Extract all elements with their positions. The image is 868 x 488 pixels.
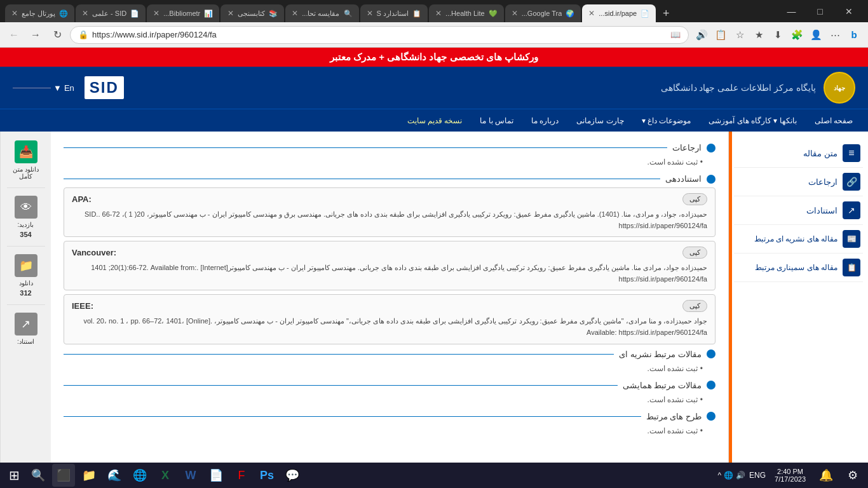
site-header: جهاد پایگاه مرکز اطلاعات علمی جهاد دانشگ… xyxy=(0,67,868,109)
right-panel-citations[interactable]: ↗ استنادات xyxy=(734,196,863,225)
reader-view-icon[interactable]: 📖 xyxy=(670,30,681,39)
sidebar-divider1 xyxy=(7,187,45,188)
taskbar-ps[interactable]: Ps xyxy=(255,464,278,487)
extensions-icon[interactable]: 🧩 xyxy=(788,26,806,44)
url-text: https://www.sid.ir/paper/960124/fa xyxy=(92,30,667,39)
taskbar-search[interactable]: 🔍 xyxy=(27,464,50,487)
apa-copy-button[interactable]: کپی xyxy=(682,193,707,205)
chevron-down-icon: ▼ xyxy=(53,83,62,93)
tab-googletrans[interactable]: 🌍 Google Tra... ✕ xyxy=(505,4,581,22)
page-layout: ≡ متن مقاله 🔗 ارجاعات ↗ استنادات 📰 مقاله… xyxy=(0,132,868,488)
references-icon: 🔗 xyxy=(843,173,860,191)
references-line xyxy=(64,147,667,148)
tab-portal[interactable]: 🌐 پورتال جامع ✕ xyxy=(5,4,74,22)
tab-biblio[interactable]: 📊 Bibliometr... ✕ xyxy=(147,4,219,22)
vancouver-citation-text: حمیدزاده جواد، مرادی منا. ماشین یادگیری … xyxy=(72,262,707,285)
promo-banner[interactable]: ورکشاپ های تخصصی جهاد دانشگاهی + مدرک مع… xyxy=(0,48,868,67)
taskbar-explorer[interactable]: 📁 xyxy=(78,464,100,487)
tab-standard[interactable]: 📋 استاندارد S ✕ xyxy=(360,4,428,22)
nav-org-chart[interactable]: چارت سازمانی xyxy=(574,109,626,132)
right-panel-related-seminar[interactable]: 📋 مقاله های سمیناری مرتبط xyxy=(734,254,863,282)
taskbar-notepad[interactable]: 📄 xyxy=(205,464,227,487)
volume-icon[interactable]: 🔊 xyxy=(736,471,745,480)
lang-selector[interactable]: En ▼ xyxy=(13,83,74,93)
reload-button[interactable]: ↻ xyxy=(48,26,66,44)
tab-ketabsanji[interactable]: 📚 کتابسنجی ✕ xyxy=(220,4,284,22)
taskbar-lang-flag[interactable]: 💬 xyxy=(281,464,304,487)
vancouver-citation-header: کپی :Vancouver xyxy=(72,247,707,259)
right-panel-article-text[interactable]: ≡ متن مقاله xyxy=(734,139,863,168)
tab-favicon-active: 📄 xyxy=(641,10,649,18)
right-panel-related-journal[interactable]: 📰 مقاله های نشریه ای مرتبط xyxy=(734,225,863,254)
taskbar-excel[interactable]: X xyxy=(154,464,177,487)
tab-bar: 🌐 پورتال جامع ✕ 📄 SID - علمی ✕ 📊 Bibliom… xyxy=(0,0,868,22)
tab-compare[interactable]: 🔍 مقایسه تحا... ✕ xyxy=(285,4,358,22)
nav-contact[interactable]: تماس با ما xyxy=(477,109,516,132)
tab-active-sid[interactable]: 📄 sid.ir/pape... ✕ xyxy=(582,4,656,22)
downloads-icon[interactable]: ⬇ xyxy=(769,26,787,44)
views-count: 354 xyxy=(20,231,31,238)
read-aloud-icon[interactable]: 🔊 xyxy=(693,26,710,44)
new-tab-button[interactable]: + xyxy=(657,4,675,22)
apa-citation-box: کپی :APA حمیدزاده، جواد، و مرادی، منا. (… xyxy=(64,187,715,237)
citation-dot xyxy=(707,175,715,184)
tab-close-compare[interactable]: ✕ xyxy=(292,9,298,18)
profile-icon[interactable]: 👤 xyxy=(807,26,825,44)
tab-close-ketab[interactable]: ✕ xyxy=(227,9,234,18)
site-logo[interactable]: SID xyxy=(85,76,124,99)
settings-icon[interactable]: ⚙ xyxy=(841,464,864,487)
nav-old-version[interactable]: نسخه قدیم سایت xyxy=(405,109,465,132)
ieee-label: :IEEE xyxy=(72,301,93,311)
taskbar-clock[interactable]: 2:40 PM 7/17/2023 xyxy=(770,468,811,483)
related-projects-line xyxy=(64,416,641,417)
related-journal-icon: 📰 xyxy=(843,230,860,248)
downloads-count-action: 📁 دانلود 312 xyxy=(4,252,48,299)
minimize-button[interactable]: — xyxy=(777,0,806,22)
taskbar-task-view[interactable]: ⬛ xyxy=(52,464,75,487)
ieee-citation-text: جواد حمیدزاده، و منا مرادی، "ماشین یادگی… xyxy=(72,316,707,338)
right-panel-references[interactable]: 🔗 ارجاعات xyxy=(734,168,863,196)
taskbar-foxit[interactable]: F xyxy=(230,464,253,487)
more-button[interactable]: ⋯ xyxy=(826,26,844,44)
favorites-icon[interactable]: ☆ xyxy=(731,26,749,44)
download-full-text-action[interactable]: 📥 دانلود متنکامل xyxy=(4,138,48,182)
tab-close-biblio[interactable]: ✕ xyxy=(153,9,159,18)
tab-favicon-googletrans: 🌍 xyxy=(566,10,574,18)
close-button[interactable]: ✕ xyxy=(834,0,863,22)
notification-icon[interactable]: 🔔 xyxy=(815,464,837,487)
nav-home[interactable]: صفحه اصلی xyxy=(812,109,855,132)
tab-health[interactable]: 💚 Health Lite... ✕ xyxy=(429,4,504,22)
article-text-icon: ≡ xyxy=(843,144,860,162)
citation-action[interactable]: ↗ استناد: xyxy=(4,310,48,348)
ieee-citation-header: کپی :IEEE xyxy=(72,300,707,312)
tab-close-standard[interactable]: ✕ xyxy=(367,9,373,18)
start-button[interactable]: ⊞ xyxy=(4,465,24,485)
taskbar-word[interactable]: W xyxy=(179,464,202,487)
tab-close-active[interactable]: ✕ xyxy=(588,9,595,18)
ieee-copy-button[interactable]: کپی xyxy=(682,300,707,312)
tab-close-icon-sid[interactable]: ✕ xyxy=(82,9,88,18)
vancouver-copy-button[interactable]: کپی xyxy=(682,247,707,259)
lang-indicator[interactable]: ENG xyxy=(749,471,766,480)
taskbar-chrome[interactable]: 🌐 xyxy=(128,464,151,487)
maximize-button[interactable]: □ xyxy=(806,0,834,22)
related-journal-header: مقالات مرتبط نشریه ای xyxy=(64,349,715,359)
apa-label: :APA xyxy=(72,194,92,204)
forward-button[interactable]: → xyxy=(27,26,44,44)
nav-banks[interactable]: بانکها ▾ کارگاه های آموزشی xyxy=(706,109,799,132)
nav-about[interactable]: درباره ما xyxy=(529,109,561,132)
chevron-up-icon[interactable]: ^ xyxy=(717,471,721,480)
tab-close-icon[interactable]: ✕ xyxy=(11,9,18,18)
tab-close-googletrans[interactable]: ✕ xyxy=(512,9,518,18)
tab-sid[interactable]: 📄 SID - علمی ✕ xyxy=(76,4,146,22)
tab-close-health[interactable]: ✕ xyxy=(435,9,442,18)
related-projects-title: طرح های مرتبط xyxy=(646,412,702,421)
citation-sidebar-label: استناد: xyxy=(17,338,34,345)
taskbar-edge[interactable]: 🌊 xyxy=(103,464,126,487)
add-to-collections-icon[interactable]: 📋 xyxy=(712,26,729,44)
back-button[interactable]: ← xyxy=(5,26,23,44)
address-box[interactable]: 🔒 https://www.sid.ir/paper/960124/fa 📖 xyxy=(70,26,689,44)
favorites-bar-icon[interactable]: ★ xyxy=(750,26,768,44)
bing-icon[interactable]: b xyxy=(845,26,863,44)
nav-hot-topics[interactable]: موضوعات داغ ▾ xyxy=(639,109,694,132)
